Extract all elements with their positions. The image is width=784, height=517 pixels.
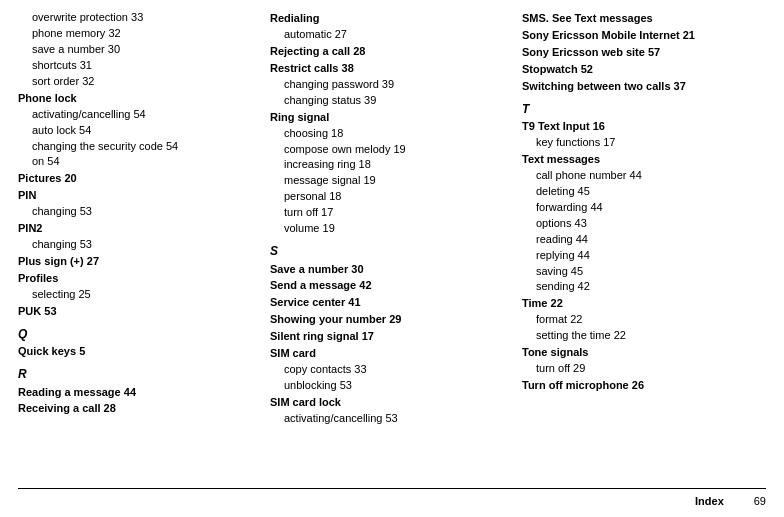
list-item: format 22 xyxy=(522,312,758,328)
list-item: Showing your number 29 xyxy=(270,312,506,328)
column-1: overwrite protection 33phone memory 32sa… xyxy=(18,10,262,484)
list-item: Restrict calls 38 xyxy=(270,61,506,77)
list-item: turn off 29 xyxy=(522,361,758,377)
list-item: Phone lock xyxy=(18,91,254,107)
list-item: saving 45 xyxy=(522,264,758,280)
footer-index-label: Index xyxy=(695,495,724,507)
list-item: auto lock 54 xyxy=(18,123,254,139)
list-item: Send a message 42 xyxy=(270,278,506,294)
list-item: volume 19 xyxy=(270,221,506,237)
list-item: Stopwatch 52 xyxy=(522,62,758,78)
list-item: compose own melody 19 xyxy=(270,142,506,158)
list-item: S xyxy=(270,243,506,260)
list-item: changing the security code 54 xyxy=(18,139,254,155)
list-item: overwrite protection 33 xyxy=(18,10,254,26)
list-item: SIM card lock xyxy=(270,395,506,411)
list-item: message signal 19 xyxy=(270,173,506,189)
list-item: Turn off microphone 26 xyxy=(522,378,758,394)
list-item: options 43 xyxy=(522,216,758,232)
list-item: replying 44 xyxy=(522,248,758,264)
list-item: selecting 25 xyxy=(18,287,254,303)
list-item: changing 53 xyxy=(18,237,254,253)
footer: Index 69 xyxy=(18,488,766,507)
list-item: Service center 41 xyxy=(270,295,506,311)
list-item: Sony Ericsson Mobile Internet 21 xyxy=(522,28,758,44)
list-item: forwarding 44 xyxy=(522,200,758,216)
list-item: save a number 30 xyxy=(18,42,254,58)
list-item: personal 18 xyxy=(270,189,506,205)
list-item: phone memory 32 xyxy=(18,26,254,42)
list-item: PIN xyxy=(18,188,254,204)
list-item: Time 22 xyxy=(522,296,758,312)
list-item: Plus sign (+) 27 xyxy=(18,254,254,270)
list-item: SIM card xyxy=(270,346,506,362)
list-item: Sony Ericsson web site 57 xyxy=(522,45,758,61)
list-item: Reading a message 44 xyxy=(18,385,254,401)
list-item: Rejecting a call 28 xyxy=(270,44,506,60)
list-item: R xyxy=(18,366,254,383)
list-item: activating/cancelling 53 xyxy=(270,411,506,427)
list-item: T9 Text Input 16 xyxy=(522,119,758,135)
list-item: Pictures 20 xyxy=(18,171,254,187)
list-item: call phone number 44 xyxy=(522,168,758,184)
footer-page-number: 69 xyxy=(754,495,766,507)
list-item: changing 53 xyxy=(18,204,254,220)
list-item: sending 42 xyxy=(522,279,758,295)
list-item: Ring signal xyxy=(270,110,506,126)
page: overwrite protection 33phone memory 32sa… xyxy=(0,0,784,517)
list-item: PIN2 xyxy=(18,221,254,237)
list-item: choosing 18 xyxy=(270,126,506,142)
list-item: turn off 17 xyxy=(270,205,506,221)
list-item: key functions 17 xyxy=(522,135,758,151)
list-item: Receiving a call 28 xyxy=(18,401,254,417)
list-item: PUK 53 xyxy=(18,304,254,320)
list-item: copy contacts 33 xyxy=(270,362,506,378)
list-item: deleting 45 xyxy=(522,184,758,200)
list-item: activating/cancelling 54 xyxy=(18,107,254,123)
columns: overwrite protection 33phone memory 32sa… xyxy=(18,10,766,484)
list-item: increasing ring 18 xyxy=(270,157,506,173)
list-item: Profiles xyxy=(18,271,254,287)
list-item: Text messages xyxy=(522,152,758,168)
list-item: reading 44 xyxy=(522,232,758,248)
list-item: Switching between two calls 37 xyxy=(522,79,758,95)
column-2: Redialingautomatic 27Rejecting a call 28… xyxy=(262,10,514,484)
list-item: on 54 xyxy=(18,154,254,170)
list-item: Tone signals xyxy=(522,345,758,361)
list-item: shortcuts 31 xyxy=(18,58,254,74)
list-item: changing status 39 xyxy=(270,93,506,109)
list-item: unblocking 53 xyxy=(270,378,506,394)
list-item: SMS. See Text messages xyxy=(522,11,758,27)
list-item: Silent ring signal 17 xyxy=(270,329,506,345)
column-3: SMS. See Text messagesSony Ericsson Mobi… xyxy=(514,10,766,484)
list-item: Redialing xyxy=(270,11,506,27)
list-item: automatic 27 xyxy=(270,27,506,43)
list-item: changing password 39 xyxy=(270,77,506,93)
list-item: Quick keys 5 xyxy=(18,344,254,360)
list-item: sort order 32 xyxy=(18,74,254,90)
list-item: Q xyxy=(18,326,254,343)
list-item: Save a number 30 xyxy=(270,262,506,278)
list-item: T xyxy=(522,101,758,118)
list-item: setting the time 22 xyxy=(522,328,758,344)
